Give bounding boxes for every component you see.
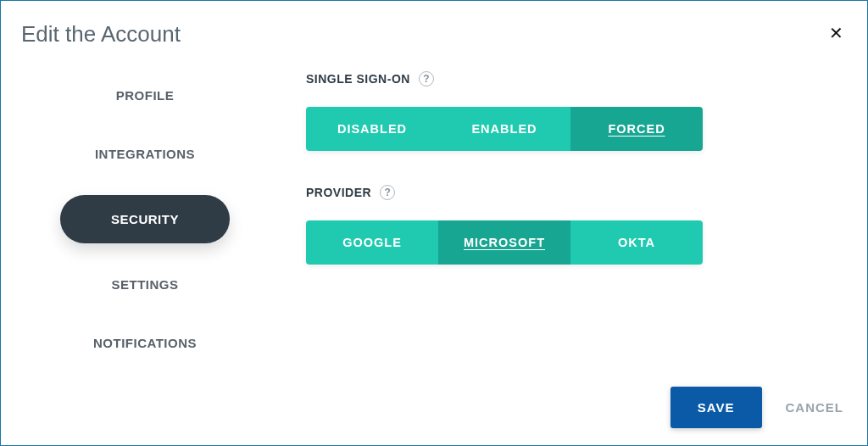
- field-sso: SINGLE SIGN-ON ? DISABLED ENABLED FORCED: [306, 71, 816, 151]
- dialog-footer: SAVE CANCEL: [670, 387, 843, 428]
- sso-label: SINGLE SIGN-ON: [306, 72, 410, 86]
- sso-option-disabled[interactable]: DISABLED: [306, 107, 438, 151]
- sidebar: PROFILE INTEGRATIONS SECURITY SETTINGS N…: [1, 64, 289, 445]
- provider-label-row: PROVIDER ?: [306, 185, 816, 200]
- field-provider: PROVIDER ? GOOGLE MICROSOFT OKTA: [306, 185, 816, 265]
- sidebar-item-security[interactable]: SECURITY: [60, 195, 230, 243]
- edit-account-dialog: Edit the Account ✕ PROFILE INTEGRATIONS …: [0, 0, 868, 446]
- sso-option-enabled[interactable]: ENABLED: [438, 107, 570, 151]
- help-icon[interactable]: ?: [380, 185, 395, 200]
- cancel-button[interactable]: CANCEL: [786, 400, 844, 415]
- save-button[interactable]: SAVE: [670, 387, 762, 428]
- sidebar-item-settings[interactable]: SETTINGS: [94, 267, 195, 302]
- dialog-header: Edit the Account ✕: [1, 1, 867, 47]
- provider-label: PROVIDER: [306, 186, 371, 199]
- sidebar-item-notifications[interactable]: NOTIFICATIONS: [76, 326, 214, 360]
- close-icon[interactable]: ✕: [826, 21, 847, 45]
- dialog-title: Edit the Account: [21, 21, 181, 47]
- dialog-body: PROFILE INTEGRATIONS SECURITY SETTINGS N…: [1, 47, 867, 445]
- sidebar-item-profile[interactable]: PROFILE: [99, 78, 192, 113]
- provider-toggle: GOOGLE MICROSOFT OKTA: [306, 220, 703, 265]
- provider-option-google[interactable]: GOOGLE: [306, 220, 438, 265]
- sidebar-item-integrations[interactable]: INTEGRATIONS: [78, 137, 212, 171]
- sso-option-forced[interactable]: FORCED: [570, 107, 703, 151]
- help-icon[interactable]: ?: [419, 71, 434, 86]
- provider-option-microsoft[interactable]: MICROSOFT: [438, 220, 570, 265]
- provider-option-okta[interactable]: OKTA: [570, 220, 703, 265]
- sso-toggle: DISABLED ENABLED FORCED: [306, 107, 703, 151]
- sso-label-row: SINGLE SIGN-ON ?: [306, 71, 816, 86]
